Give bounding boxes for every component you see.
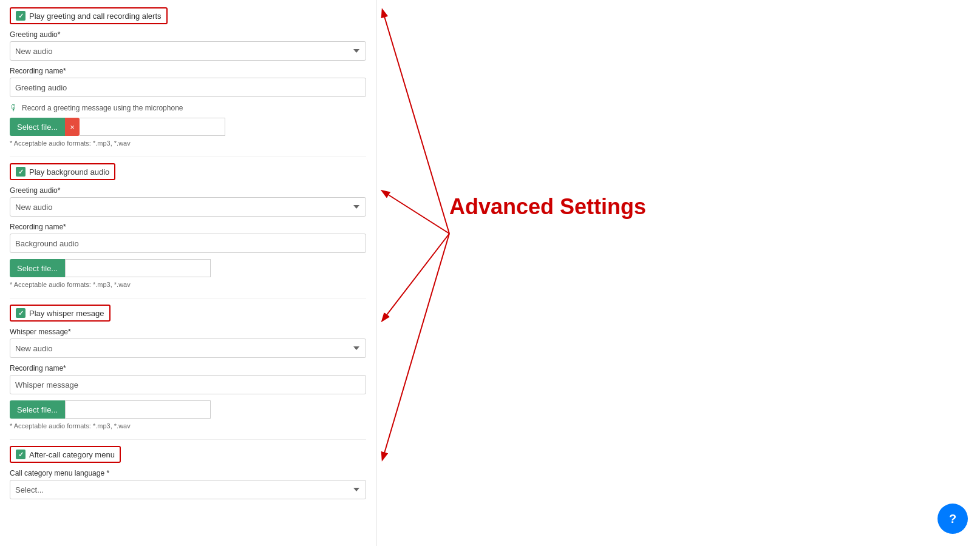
call-category-field: Call category menu language * Select... — [10, 469, 366, 499]
greeting-audio-select-1[interactable]: New audio — [10, 41, 366, 61]
after-call-label: After-call category menu — [29, 450, 115, 459]
checkbox-checked-icon-4 — [16, 450, 26, 459]
file-input-display-2 — [65, 259, 211, 277]
recording-name-label-2: Recording name* — [10, 223, 366, 231]
select-file-button-3[interactable]: Select file... — [10, 400, 65, 419]
after-call-checkbox[interactable]: After-call category menu — [10, 446, 121, 463]
svg-line-1 — [383, 191, 449, 234]
play-whisper-label: Play whisper mesage — [29, 309, 104, 318]
file-row-3: Select file... — [10, 400, 366, 419]
recording-name-input-3[interactable] — [10, 375, 366, 394]
greeting-audio-select-2[interactable]: New audio — [10, 197, 366, 217]
recording-name-field-3: Recording name* — [10, 364, 366, 394]
checkbox-checked-icon-3 — [16, 308, 26, 318]
checkbox-checked-icon — [16, 11, 26, 21]
annotation-panel: Advanced Settings — [376, 0, 980, 546]
play-whisper-section: Play whisper mesage Whisper message* New… — [10, 305, 366, 430]
play-background-section: Play background audio Greeting audio* Ne… — [10, 163, 366, 288]
recording-name-field-1: Recording name* — [10, 67, 366, 97]
clear-file-button-1[interactable]: × — [65, 118, 80, 136]
greeting-audio-label-2: Greeting audio* — [10, 186, 366, 195]
greeting-audio-field-2: Greeting audio* New audio — [10, 186, 366, 217]
svg-line-2 — [383, 234, 449, 320]
mic-text-1: Record a greeting message using the micr… — [22, 104, 183, 112]
call-category-select[interactable]: Select... — [10, 480, 366, 499]
file-row-1: Select file... × — [10, 118, 366, 136]
recording-name-label-3: Recording name* — [10, 364, 366, 372]
mic-icon: 🎙 — [10, 103, 18, 113]
greeting-audio-field-1: Greeting audio* New audio — [10, 30, 366, 61]
recording-name-input-2[interactable] — [10, 234, 366, 253]
checkbox-checked-icon-2 — [16, 167, 26, 177]
play-greeting-section: Play greeting and call recording alerts … — [10, 7, 366, 147]
formats-text-2: * Acceptable audio formats: *.mp3, *.wav — [10, 281, 366, 288]
play-greeting-checkbox[interactable]: Play greeting and call recording alerts — [10, 7, 168, 24]
whisper-label: Whisper message* — [10, 328, 366, 336]
play-greeting-label: Play greeting and call recording alerts — [29, 12, 162, 21]
file-row-2: Select file... — [10, 259, 366, 277]
mic-row-1: 🎙 Record a greeting message using the mi… — [10, 103, 366, 113]
greeting-audio-label-1: Greeting audio* — [10, 30, 366, 39]
formats-text-3: * Acceptable audio formats: *.mp3, *.wav — [10, 422, 366, 430]
svg-line-3 — [383, 234, 449, 459]
file-input-display-1 — [80, 118, 225, 136]
recording-name-field-2: Recording name* — [10, 223, 366, 253]
recording-name-label-1: Recording name* — [10, 67, 366, 75]
select-file-button-2[interactable]: Select file... — [10, 259, 65, 277]
play-background-checkbox[interactable]: Play background audio — [10, 163, 115, 180]
file-input-display-3 — [65, 400, 211, 419]
after-call-section: After-call category menu Call category m… — [10, 446, 366, 499]
play-whisper-checkbox[interactable]: Play whisper mesage — [10, 305, 111, 322]
svg-line-0 — [383, 10, 449, 234]
formats-text-1: * Acceptable audio formats: *.mp3, *.wav — [10, 140, 366, 147]
call-category-label: Call category menu language * — [10, 469, 366, 477]
whisper-select[interactable]: New audio — [10, 339, 366, 358]
advanced-settings-annotation: Advanced Settings — [449, 194, 646, 220]
select-file-button-1[interactable]: Select file... — [10, 118, 65, 136]
whisper-field: Whisper message* New audio — [10, 328, 366, 358]
recording-name-input-1[interactable] — [10, 78, 366, 97]
play-background-label: Play background audio — [29, 167, 109, 177]
help-button[interactable] — [937, 504, 968, 534]
